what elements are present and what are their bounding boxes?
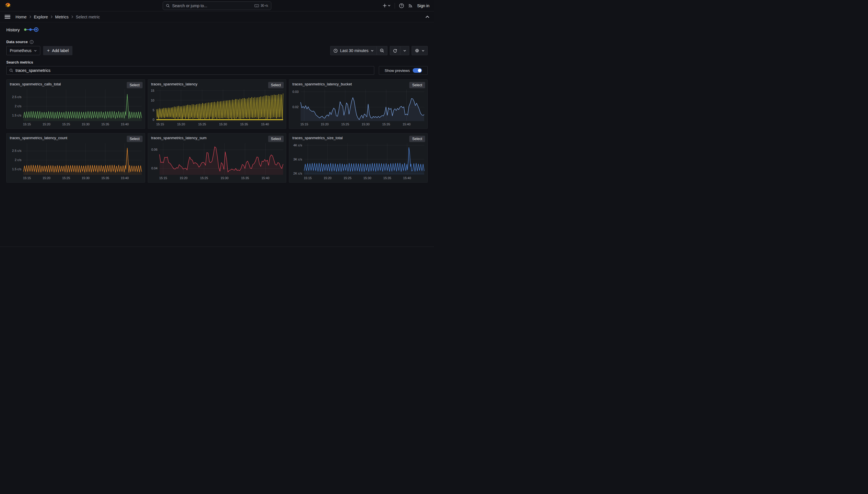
svg-text:15:25: 15:25 — [200, 176, 208, 180]
metrics-search-input[interactable] — [16, 68, 371, 73]
svg-text:0.03: 0.03 — [293, 90, 299, 93]
svg-text:2 c/s: 2 c/s — [15, 104, 22, 108]
svg-text:15:35: 15:35 — [101, 176, 109, 180]
metrics-search-field — [6, 66, 374, 75]
refresh-interval-dropdown[interactable] — [400, 46, 409, 55]
svg-text:15:25: 15:25 — [62, 122, 70, 126]
top-search[interactable]: Search or jump to... ⌘+k — [163, 1, 271, 10]
svg-text:5: 5 — [153, 109, 154, 112]
svg-text:15:30: 15:30 — [362, 122, 370, 126]
select-metric-button[interactable]: Select — [409, 136, 425, 142]
metric-panel: traces_spanmetrics_calls_total Select 1.… — [6, 79, 145, 129]
metric-preview-chart: 05101515:1515:2015:2515:3015:3515:40 — [150, 88, 284, 127]
svg-text:1.5 c/s: 1.5 c/s — [12, 167, 22, 171]
svg-text:15:25: 15:25 — [344, 176, 352, 180]
zoom-out-icon — [380, 48, 384, 53]
svg-text:15:40: 15:40 — [261, 176, 269, 180]
svg-text:15:35: 15:35 — [241, 176, 249, 180]
explore-metrics-page: History Data source Prometheus + Add lab… — [0, 27, 434, 183]
refresh-icon — [393, 49, 397, 53]
add-label-button[interactable]: + Add label — [43, 46, 73, 55]
metric-preview-chart: 0.040.0615:1515:2015:2515:3015:3515:40 — [150, 141, 284, 181]
search-icon — [166, 4, 170, 8]
svg-text:15:15: 15:15 — [23, 176, 31, 180]
search-metrics-label: Search metrics — [6, 60, 428, 64]
history-steps-widget[interactable] — [23, 27, 39, 33]
select-metric-button[interactable]: Select — [127, 82, 142, 88]
sign-in-link[interactable]: Sign in — [417, 3, 429, 8]
show-previews-control: Show previews — [379, 66, 428, 75]
breadcrumb-item[interactable]: Metrics — [55, 15, 69, 19]
svg-text:15:40: 15:40 — [403, 176, 411, 180]
collapse-controls-button[interactable] — [426, 16, 429, 18]
news-button[interactable] — [408, 3, 413, 8]
plus-icon: + — [47, 48, 50, 53]
select-metric-button[interactable]: Select — [268, 136, 284, 142]
svg-text:15:35: 15:35 — [101, 122, 109, 126]
svg-text:15:30: 15:30 — [219, 122, 227, 126]
metric-panel: traces_spanmetrics_latency_bucket Select… — [289, 79, 428, 129]
select-metric-button[interactable]: Select — [127, 136, 142, 142]
svg-text:15:15: 15:15 — [23, 122, 31, 126]
history-label: History — [6, 27, 20, 32]
top-search-placeholder: Search or jump to... — [172, 3, 252, 8]
svg-text:15:40: 15:40 — [403, 122, 411, 126]
svg-text:4K c/s: 4K c/s — [293, 144, 302, 147]
rss-icon — [408, 3, 413, 8]
svg-text:15:15: 15:15 — [304, 176, 312, 180]
chevron-up-icon — [426, 16, 429, 18]
menu-toggle-button[interactable] — [5, 15, 11, 19]
panel-title: traces_spanmetrics_latency_sum — [151, 136, 206, 140]
data-source-picker[interactable]: Prometheus — [6, 46, 40, 55]
chevron-right-icon — [29, 15, 31, 18]
metric-panel: traces_spanmetrics_latency_sum Select 0.… — [148, 133, 287, 183]
svg-text:15:20: 15:20 — [177, 122, 185, 126]
svg-text:0.02: 0.02 — [293, 105, 299, 109]
breadcrumb-item[interactable]: Explore — [34, 15, 48, 19]
divider — [395, 3, 395, 8]
keyboard-icon — [254, 4, 259, 7]
chevron-down-icon — [34, 50, 37, 52]
svg-text:15:30: 15:30 — [82, 122, 90, 126]
clock-icon — [333, 49, 338, 53]
plus-icon — [382, 3, 387, 8]
svg-text:15:25: 15:25 — [341, 122, 350, 126]
svg-text:0: 0 — [153, 118, 154, 121]
show-previews-toggle[interactable] — [413, 68, 422, 73]
svg-text:15:20: 15:20 — [180, 176, 188, 180]
horizontal-scrollbar[interactable] — [0, 246, 434, 247]
new-menu-button[interactable] — [382, 3, 391, 8]
metric-preview-chart: 2K c/s3K c/s4K c/s15:1515:2015:2515:3015… — [291, 141, 426, 181]
svg-text:10: 10 — [151, 99, 154, 102]
data-source-value: Prometheus — [10, 48, 31, 53]
breadcrumb: HomeExploreMetricsSelect metric — [16, 15, 100, 19]
svg-text:15:30: 15:30 — [220, 176, 229, 180]
show-previews-label: Show previews — [384, 69, 410, 73]
select-metric-button[interactable]: Select — [409, 82, 425, 88]
svg-text:2 c/s: 2 c/s — [15, 158, 22, 162]
breadcrumb-item[interactable]: Home — [16, 15, 27, 19]
panel-title: traces_spanmetrics_latency_count — [10, 136, 67, 140]
refresh-button[interactable] — [390, 46, 400, 55]
keyboard-shortcut-hint: ⌘+k — [254, 3, 268, 8]
panel-title: traces_spanmetrics_latency_bucket — [292, 82, 352, 86]
panel-title: traces_spanmetrics_size_total — [292, 136, 342, 140]
svg-text:15:40: 15:40 — [121, 122, 129, 126]
chevron-down-icon — [403, 50, 406, 52]
select-metric-button[interactable]: Select — [268, 82, 284, 88]
time-range-picker[interactable]: Last 30 minutes — [331, 46, 376, 55]
search-icon — [9, 69, 13, 73]
breadcrumb-item: Select metric — [76, 15, 100, 19]
chevron-down-icon — [388, 5, 391, 6]
settings-button[interactable] — [412, 46, 428, 55]
metric-panel: traces_spanmetrics_latency_count Select … — [6, 133, 145, 183]
svg-text:15:15: 15:15 — [159, 176, 167, 180]
help-button[interactable] — [399, 3, 404, 8]
breadcrumb-bar: HomeExploreMetricsSelect metric — [0, 12, 434, 22]
grafana-logo[interactable] — [5, 2, 12, 9]
svg-text:15:30: 15:30 — [363, 176, 372, 180]
svg-text:15:25: 15:25 — [62, 176, 70, 180]
svg-text:2.5 c/s: 2.5 c/s — [12, 95, 22, 99]
metric-previews-grid: traces_spanmetrics_calls_total Select 1.… — [6, 79, 428, 183]
zoom-out-button[interactable] — [377, 46, 387, 55]
